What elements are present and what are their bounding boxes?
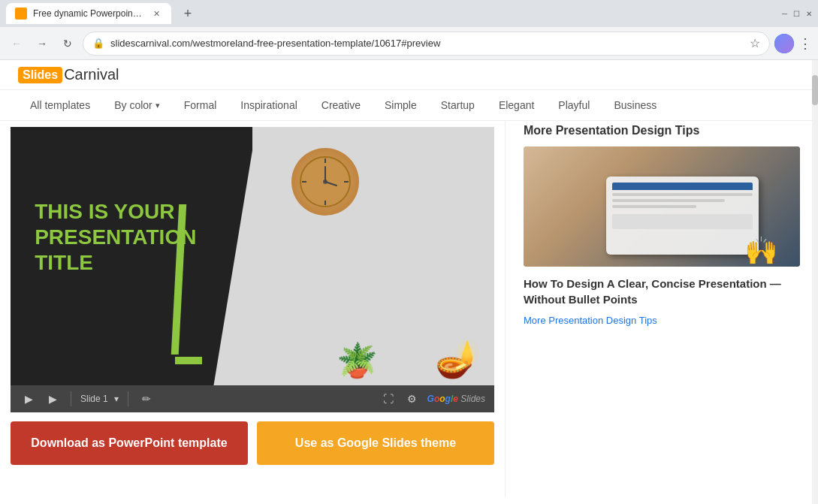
tab-title: Free dynamic Powerpoint templa...	[33, 8, 144, 19]
nav-business[interactable]: Business	[602, 93, 669, 117]
site-navigation: All templates By color ▾ Formal Inspirat…	[0, 90, 818, 121]
laptop-line	[612, 205, 696, 208]
scrollbar-thumb[interactable]	[812, 75, 818, 105]
bookmark-icon[interactable]: ☆	[750, 36, 760, 50]
new-tab-button[interactable]: +	[177, 3, 198, 24]
tab-close-button[interactable]: ✕	[150, 8, 162, 20]
slide-green-accent	[175, 357, 202, 364]
nav-playful[interactable]: Playful	[546, 93, 602, 117]
slide-clock-image	[291, 148, 359, 216]
profile-image	[774, 34, 794, 53]
laptop-line	[612, 193, 752, 196]
address-bar[interactable]: 🔒 slidescarnival.com/westmoreland-free-p…	[83, 32, 770, 56]
chevron-down-icon: ▾	[155, 101, 160, 110]
slide-title: THIS IS YOUR PRESENTATION TITLE	[35, 199, 196, 275]
tips-section-title: More Presentation Design Tips	[524, 121, 800, 137]
download-powerpoint-button[interactable]: Download as PowerPoint template	[11, 421, 248, 465]
hands-icon: 🙌	[744, 235, 778, 267]
tab-favicon	[15, 8, 27, 20]
use-google-slides-button[interactable]: Use as Google Slides theme	[257, 421, 494, 465]
google-slides-badge: Google Slides	[427, 394, 485, 404]
fullscreen-button[interactable]: ⛶	[379, 390, 397, 408]
nav-by-color[interactable]: By color ▾	[102, 93, 172, 117]
play-button[interactable]: ▶	[20, 390, 38, 408]
nav-formal[interactable]: Formal	[172, 93, 229, 117]
close-button[interactable]: ✕	[806, 10, 812, 18]
slide-controls-bar: ▶ ▶ Slide 1 ▾ ✏ ⛶ ⚙ Google Slides	[11, 385, 494, 412]
slide-label: Slide 1	[80, 394, 108, 404]
laptop-content-block	[612, 214, 752, 229]
minimize-button[interactable]: ─	[782, 10, 787, 18]
article-title: How To Design A Clear, Concise Presentat…	[524, 276, 800, 307]
next-slide-button[interactable]: ▶	[44, 390, 62, 408]
sidebar-section: More Presentation Design Tips 🙌 How To D…	[505, 121, 818, 497]
slide-dropdown[interactable]: ▾	[114, 394, 119, 404]
forward-button[interactable]: →	[32, 33, 53, 54]
divider	[71, 391, 71, 406]
site-header: Slides Carnival	[0, 60, 818, 90]
profile-avatar[interactable]	[774, 34, 794, 53]
window-controls: ─ ☐ ✕	[782, 10, 812, 18]
site-logo[interactable]: Slides Carnival	[18, 66, 119, 83]
maximize-button[interactable]: ☐	[793, 10, 800, 18]
slide-preview: THIS IS YOUR PRESENTATION TITLE	[11, 127, 494, 385]
slide-plant-image: 🪴	[337, 341, 378, 380]
annotate-button[interactable]: ✏	[137, 390, 155, 408]
article-link[interactable]: More Presentation Design Tips	[524, 315, 657, 326]
laptop-screen	[606, 177, 758, 255]
nav-elegant[interactable]: Elegant	[487, 93, 546, 117]
nav-all-templates[interactable]: All templates	[18, 93, 102, 117]
browser-tab[interactable]: Free dynamic Powerpoint templa... ✕	[6, 3, 171, 24]
main-layout: THIS IS YOUR PRESENTATION TITLE	[0, 121, 818, 497]
refresh-button[interactable]: ↻	[57, 33, 78, 54]
settings-button[interactable]: ⚙	[403, 390, 421, 408]
slide-controls-right: ⛶ ⚙ Google Slides	[379, 390, 485, 408]
back-button[interactable]: ←	[6, 33, 27, 54]
divider2	[128, 391, 128, 406]
laptop-header	[612, 183, 752, 190]
browser-menu-button[interactable]: ⋮	[798, 35, 812, 52]
page-scrollbar[interactable]	[812, 60, 818, 504]
nav-startup[interactable]: Startup	[429, 93, 487, 117]
address-text: slidescarnival.com/westmoreland-free-pre…	[110, 38, 744, 49]
laptop-line	[612, 199, 724, 202]
lock-icon: 🔒	[92, 38, 104, 49]
page-content: Slides Carnival All templates By color ▾…	[0, 60, 818, 504]
nav-simple[interactable]: Simple	[373, 93, 429, 117]
browser-toolbar: ← → ↻ 🔒 slidescarnival.com/westmoreland-…	[0, 27, 818, 60]
nav-inspirational[interactable]: Inspirational	[228, 93, 309, 117]
logo-slides: Slides	[18, 67, 62, 83]
nav-creative[interactable]: Creative	[309, 93, 373, 117]
slide-lamp-image: 🪔	[435, 338, 480, 380]
article-thumbnail: 🙌	[524, 146, 800, 267]
action-buttons: Download as PowerPoint template Use as G…	[11, 421, 494, 465]
browser-titlebar: Free dynamic Powerpoint templa... ✕ + ─ …	[0, 0, 818, 27]
preview-section: THIS IS YOUR PRESENTATION TITLE	[0, 121, 505, 497]
logo-carnival: Carnival	[64, 66, 119, 83]
